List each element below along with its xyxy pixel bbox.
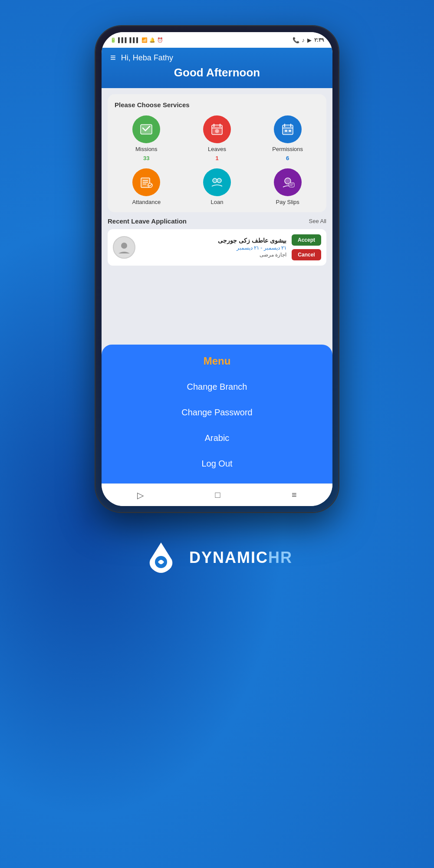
leave-actions: Accept Cancel [292,234,321,260]
bell-icon: 🔔 [149,37,155,43]
svg-point-19 [213,178,217,183]
service-loan[interactable]: Loan [185,168,249,205]
brand-section: DYNAMICHR [141,538,293,577]
nav-menu[interactable]: ≡ [283,487,306,503]
signal-icon: ▌▌▌ ▌▌▌ [118,37,140,43]
loan-icon [203,168,231,196]
missions-icon [132,115,160,143]
app-header: ≡ Hi, Heba Fathy Good Afternoon [102,48,332,88]
attendance-label: Attandance [132,199,161,205]
leave-dates: ٢١ ديسمبر - ٢١ ديسمبر [141,245,286,251]
leave-avatar [113,236,135,259]
menu-item-change-password[interactable]: Change Password [102,400,332,425]
phone-shell: 🔋 ▌▌▌ ▌▌▌ 📶 🔔 ⏰ 📞 ♪ ▶ ٢:٣٩ ≡ Hi, Heba [95,26,339,512]
accept-button[interactable]: Accept [292,234,321,246]
status-right: 📞 ♪ ▶ ٢:٣٩ [293,37,324,43]
recent-title: Recent Leave Application [108,217,187,225]
svg-rect-13 [289,130,291,132]
nav-bar: ▷ □ ≡ [102,483,332,506]
services-card: Please Choose Services Missions [108,94,326,212]
permissions-icon [274,115,302,143]
svg-rect-8 [283,125,293,135]
service-leaves[interactable]: Leaves 1 [185,115,249,161]
recent-leave-section: Recent Leave Application See All بيشوى ع… [108,217,326,266]
menu-item-change-branch[interactable]: Change Branch [102,374,332,400]
leaves-count: 1 [215,155,218,161]
svg-point-25 [121,243,127,249]
brand-dynamic: DYNAMIC [189,549,268,566]
battery-icon: 🔋 [110,37,116,43]
brand-name: DYNAMICHR [189,549,293,567]
leave-card: بيشوى عاطف زكى جورجى ٢١ ديسمبر - ٢١ ديسم… [108,229,326,266]
tiktok-icon: ♪ [302,37,305,43]
greeting-time: Good Afternoon [110,66,324,79]
main-content: Please Choose Services Missions [102,88,332,483]
missions-label: Missions [135,146,158,152]
greeting-hi: Hi, Heba Fathy [121,53,173,62]
leave-type: اجازة مرضى [141,252,286,258]
services-title: Please Choose Services [115,101,319,108]
youtube-icon: ▶ [307,37,312,43]
brand-logo-icon [141,538,181,577]
status-left: 🔋 ▌▌▌ ▌▌▌ 📶 🔔 ⏰ [110,37,163,43]
leaves-label: Leaves [208,146,226,152]
status-time: ٢:٣٩ [314,37,324,43]
header-top: ≡ Hi, Heba Fathy [110,53,324,62]
nav-home[interactable]: □ [207,487,229,503]
loan-label: Loan [211,199,224,205]
permissions-label: Permissions [272,146,303,152]
phone-wrapper: 🔋 ▌▌▌ ▌▌▌ 📶 🔔 ⏰ 📞 ♪ ▶ ٢:٣٩ ≡ Hi, Heba [95,26,339,512]
alarm-icon: ⏰ [157,37,163,43]
service-permissions[interactable]: Permissions 6 [256,115,319,161]
leave-info: بيشوى عاطف زكى جورجى ٢١ ديسمبر - ٢١ ديسم… [141,237,286,258]
svg-rect-22 [289,183,294,187]
missions-count: 33 [143,155,149,161]
recent-header: Recent Leave Application See All [108,217,326,225]
wifi-icon: 📶 [141,37,148,43]
status-bar: 🔋 ▌▌▌ ▌▌▌ 📶 🔔 ⏰ 📞 ♪ ▶ ٢:٣٩ [102,32,332,48]
svg-point-20 [217,178,221,183]
hamburger-menu[interactable]: ≡ [110,53,116,62]
menu-item-arabic[interactable]: Arabic [102,425,332,451]
menu-title: Menu [204,355,231,367]
leave-name: بيشوى عاطف زكى جورجى [141,237,286,244]
leaves-icon [203,115,231,143]
brand-hr: HR [268,549,293,566]
payslips-icon [274,168,302,196]
payslips-label: Pay Slips [276,199,299,205]
menu-overlay: Menu Change Branch Change Password Arabi… [102,345,332,483]
phone-green-icon: 📞 [293,37,299,43]
cancel-button[interactable]: Cancel [292,249,321,260]
see-all-button[interactable]: See All [309,218,326,224]
permissions-count: 6 [286,155,289,161]
nav-back[interactable]: ▷ [128,487,152,504]
svg-rect-12 [285,130,287,132]
service-attendance[interactable]: Attandance [115,168,178,205]
phone-screen: 🔋 ▌▌▌ ▌▌▌ 📶 🔔 ⏰ 📞 ♪ ▶ ٢:٣٩ ≡ Hi, Heba [102,32,332,506]
attendance-icon [132,168,160,196]
service-payslips[interactable]: Pay Slips [256,168,319,205]
services-grid: Missions 33 [115,115,319,205]
menu-item-logout[interactable]: Log Out [102,451,332,477]
service-missions[interactable]: Missions 33 [115,115,178,161]
